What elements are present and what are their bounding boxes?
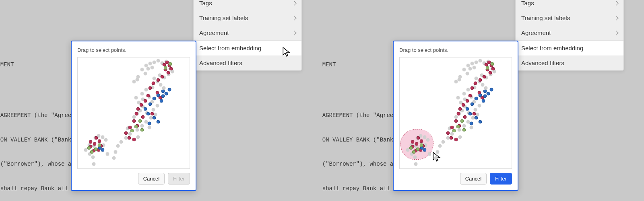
scatter-point[interactable]	[420, 139, 423, 143]
scatter-point[interactable]	[140, 92, 144, 96]
scatter-point[interactable]	[450, 136, 453, 140]
scatter-point[interactable]	[148, 126, 151, 129]
filter-button[interactable]: Filter	[490, 173, 512, 185]
scatter-point[interactable]	[165, 92, 168, 96]
scatter-point[interactable]	[412, 150, 416, 154]
scatter-point[interactable]	[454, 115, 458, 119]
scatter-point[interactable]	[106, 152, 109, 156]
scatter-point[interactable]	[454, 138, 458, 142]
scatter-point[interactable]	[151, 112, 154, 116]
scatter-point[interactable]	[438, 144, 442, 148]
scatter-point[interactable]	[141, 115, 145, 119]
scatter-point[interactable]	[458, 128, 461, 132]
scatter-point[interactable]	[94, 148, 98, 151]
scatter-point[interactable]	[136, 107, 140, 111]
scatter-point[interactable]	[153, 61, 156, 64]
scatter-point[interactable]	[138, 119, 142, 123]
scatter-point[interactable]	[149, 62, 152, 66]
dropdown-item-agreement[interactable]: Agreement	[194, 25, 301, 40]
scatter-point[interactable]	[151, 66, 154, 70]
scatter-point[interactable]	[134, 125, 138, 129]
scatter-point[interactable]	[489, 71, 492, 75]
scatter-point[interactable]	[479, 120, 482, 124]
scatter-point[interactable]	[462, 92, 466, 96]
scatter-point[interactable]	[417, 136, 420, 140]
scatter-point[interactable]	[147, 94, 150, 98]
scatter-point[interactable]	[161, 75, 164, 79]
scatter-point[interactable]	[483, 75, 486, 79]
scatter-point[interactable]	[423, 135, 427, 139]
dropdown-item-tags[interactable]: Tags	[516, 0, 623, 10]
scatter-point[interactable]	[470, 126, 473, 129]
scatter-point[interactable]	[124, 131, 128, 135]
scatter-point[interactable]	[462, 103, 465, 107]
scatter-point[interactable]	[458, 107, 462, 111]
scatter-point[interactable]	[428, 152, 431, 156]
scatter-point[interactable]	[152, 108, 155, 112]
scatter-point[interactable]	[490, 88, 493, 92]
scatter-point[interactable]	[91, 156, 95, 159]
scatter-point[interactable]	[471, 103, 474, 106]
dropdown-item-advanced-filters[interactable]: Advanced filters	[194, 55, 301, 70]
cancel-button[interactable]: Cancel	[138, 173, 165, 185]
scatter-point[interactable]	[116, 144, 120, 148]
scatter-point[interactable]	[136, 128, 139, 132]
scatter-point[interactable]	[479, 59, 482, 63]
scatter-point[interactable]	[434, 156, 438, 160]
scatter-point[interactable]	[462, 124, 466, 128]
scatter-point[interactable]	[474, 108, 477, 112]
scatter-point[interactable]	[140, 124, 144, 128]
scatter-point[interactable]	[491, 67, 495, 71]
scatter-point[interactable]	[481, 83, 485, 87]
scatter-point[interactable]	[458, 75, 462, 79]
scatter-point[interactable]	[144, 107, 147, 111]
scatter-point[interactable]	[147, 67, 150, 71]
scatter-point[interactable]	[90, 150, 94, 154]
scatter-point[interactable]	[475, 97, 478, 100]
scatter-point[interactable]	[487, 92, 490, 96]
scatter-point[interactable]	[415, 142, 419, 146]
scatter-point[interactable]	[144, 72, 147, 76]
scatter-point[interactable]	[101, 148, 105, 152]
scatter-point[interactable]	[436, 150, 440, 154]
scatter-point[interactable]	[136, 75, 140, 79]
scatter-point[interactable]	[132, 138, 136, 142]
scatter-point[interactable]	[420, 144, 423, 147]
scatter-point[interactable]	[473, 112, 476, 116]
scatter-point[interactable]	[159, 83, 163, 87]
scatter-point[interactable]	[157, 59, 160, 63]
scatter-point[interactable]	[112, 156, 116, 160]
scatter-point[interactable]	[456, 96, 460, 100]
scatter-point[interactable]	[101, 135, 105, 139]
scatter-point[interactable]	[168, 88, 171, 92]
scatter-point[interactable]	[153, 97, 156, 100]
scatter-point[interactable]	[153, 116, 156, 120]
scatter-point[interactable]	[466, 107, 469, 111]
scatter-point[interactable]	[463, 115, 467, 119]
scatter-plot[interactable]	[77, 57, 190, 169]
scatter-point[interactable]	[132, 115, 136, 119]
scatter-point[interactable]	[98, 144, 101, 147]
scatter-point[interactable]	[144, 88, 148, 92]
scatter-point[interactable]	[475, 116, 478, 120]
cancel-button[interactable]: Cancel	[460, 173, 487, 185]
dropdown-item-training-labels[interactable]: Training set labels	[194, 10, 301, 25]
scatter-point[interactable]	[87, 146, 91, 150]
scatter-point[interactable]	[169, 62, 172, 66]
scatter-point[interactable]	[152, 82, 155, 85]
scatter-point[interactable]	[458, 135, 462, 139]
scatter-point[interactable]	[426, 138, 430, 142]
scatter-point[interactable]	[89, 140, 93, 144]
scatter-point[interactable]	[479, 94, 482, 97]
scatter-point[interactable]	[469, 112, 472, 116]
scatter-point[interactable]	[474, 82, 477, 85]
scatter-point[interactable]	[149, 103, 152, 106]
scatter-point[interactable]	[466, 99, 469, 103]
scatter-point[interactable]	[457, 112, 460, 116]
scatter-point[interactable]	[466, 88, 470, 92]
scatter-point[interactable]	[456, 125, 460, 129]
dropdown-item-advanced-filters[interactable]: Advanced filters	[516, 55, 623, 70]
scatter-point[interactable]	[95, 136, 98, 140]
scatter-point[interactable]	[92, 162, 96, 166]
scatter-point[interactable]	[454, 119, 458, 123]
